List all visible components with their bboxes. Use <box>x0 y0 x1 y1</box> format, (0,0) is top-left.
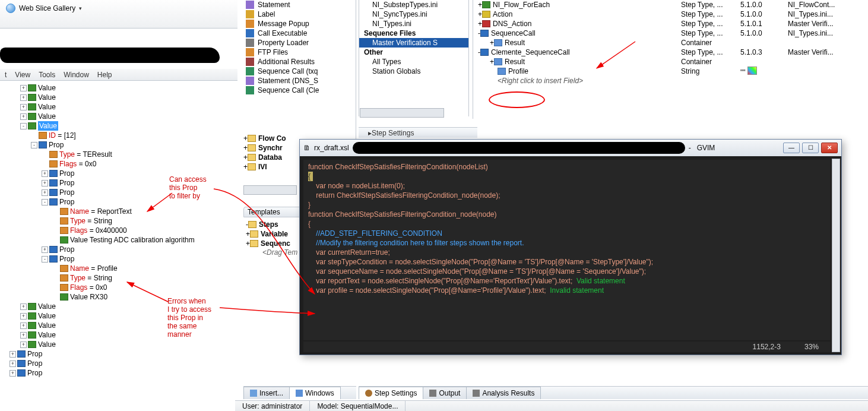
expander-icon[interactable]: + <box>490 39 494 47</box>
grid-row[interactable]: -Clemente_SequenceCallStep Type, ...5.1.… <box>473 48 868 57</box>
type-file[interactable]: NI_Types.ini <box>359 19 468 29</box>
tree-row[interactable]: +Value <box>2 340 237 349</box>
menu-tools[interactable]: Tools <box>39 71 55 79</box>
tree-row[interactable]: +Value <box>2 83 237 93</box>
expander-icon[interactable]: + <box>20 104 27 110</box>
expander-icon[interactable]: + <box>246 239 250 248</box>
expander-icon[interactable]: + <box>243 153 248 162</box>
gvim-code-area[interactable]: function CheckIfStepSatisfiesFilteringCo… <box>303 160 831 340</box>
type-file[interactable]: NI_SubstepTypes.ini <box>359 0 468 10</box>
steptype-item[interactable]: Sequence Call (Cle <box>243 86 356 95</box>
expander-icon[interactable]: - <box>31 142 37 148</box>
grid-row[interactable]: -SequenceCallStep Type, ...5.1.0.0NI_Typ… <box>473 29 868 38</box>
tree-row[interactable]: +Prop <box>2 349 237 359</box>
expander-icon[interactable]: + <box>42 170 48 177</box>
tree-row[interactable]: -Value <box>2 121 237 131</box>
left-xml-tree[interactable]: +Value+Value+Value+Value-ValueID = [12]-… <box>2 83 237 411</box>
value-editor-icon[interactable] <box>747 67 757 75</box>
maximize-button[interactable]: ☐ <box>802 143 819 153</box>
tree-row[interactable]: Flags = 0x0 <box>2 159 237 169</box>
expander-icon[interactable]: + <box>42 189 48 196</box>
tree-row[interactable]: Type = String <box>2 273 237 283</box>
expander-icon[interactable]: + <box>20 313 27 320</box>
grid-row[interactable]: +NI_Flow_ForEachStep Type, ...5.1.0.0NI_… <box>473 0 868 10</box>
expander-icon[interactable]: + <box>243 134 248 143</box>
expander-icon[interactable]: + <box>243 144 248 152</box>
minimize-button[interactable]: — <box>783 143 800 153</box>
steptype-item[interactable]: Additional Results <box>243 57 356 67</box>
type-file-selected[interactable]: Master Verification S <box>359 38 468 48</box>
type-file[interactable]: Station Globals <box>359 67 468 76</box>
expander-icon[interactable]: - <box>20 123 27 129</box>
expander-icon[interactable]: + <box>20 113 27 120</box>
menu-help[interactable]: Help <box>97 71 112 79</box>
expander-icon[interactable]: + <box>42 180 48 186</box>
tree-row[interactable]: ID = [12] <box>2 131 237 140</box>
tree-row[interactable]: Name = ReportText <box>2 207 237 216</box>
expander-icon[interactable]: - <box>42 199 48 206</box>
tree-row[interactable]: -Prop <box>2 140 237 150</box>
tree-row[interactable]: -Prop <box>2 254 237 264</box>
steptype-item[interactable]: Statement (DNS_S <box>243 76 356 86</box>
tab-analysis-results[interactable]: Analysis Results <box>466 387 541 399</box>
tree-row[interactable]: +Prop <box>2 245 237 254</box>
tree-row[interactable]: Type = String <box>2 216 237 226</box>
grid-row[interactable]: +DNS_ActionStep Type, ...5.1.0.1Master V… <box>473 19 868 29</box>
web-slice-gallery[interactable]: Web Slice Gallery ▾ <box>0 0 237 17</box>
tree-row[interactable]: Value Testing ADC calibration algorithm <box>2 235 237 245</box>
expander-icon[interactable]: + <box>42 246 48 253</box>
expander-icon[interactable]: + <box>478 10 482 18</box>
expander-icon[interactable]: + <box>20 85 27 91</box>
menu-t[interactable]: t <box>5 71 7 79</box>
grid-row[interactable]: ProfileString"" <box>473 67 868 76</box>
steptype-item[interactable]: Property Loader <box>243 38 356 48</box>
grid-row[interactable]: +ActionStep Type, ...5.1.0.0NI_Types.ini… <box>473 10 868 19</box>
tab-insert-[interactable]: Insert... <box>243 387 290 399</box>
grid-row[interactable]: +ResultContainer <box>473 38 868 48</box>
scrollbar-horizontal[interactable] <box>360 108 444 118</box>
expander-icon[interactable]: - <box>42 256 48 263</box>
tab-step-settings[interactable]: Step Settings <box>359 387 423 399</box>
scrollbar-horizontal[interactable] <box>243 185 297 195</box>
expander-icon[interactable]: + <box>9 351 16 358</box>
tree-row[interactable]: Flags = 0x0 <box>2 283 237 292</box>
menu-window[interactable]: Window <box>64 71 89 79</box>
expander-icon[interactable]: + <box>9 361 16 367</box>
expander-icon[interactable]: + <box>20 94 27 101</box>
gvim-titlebar[interactable]: 🗎 rx_draft.xsl - GVIM — ☐ ✕ <box>300 140 841 156</box>
type-file[interactable]: All Types <box>359 57 468 67</box>
type-file[interactable]: NI_SyncTypes.ini <box>359 10 468 19</box>
tree-row[interactable]: Type = TEResult <box>2 150 237 159</box>
expander-icon[interactable]: + <box>9 370 16 377</box>
menu-view[interactable]: View <box>15 71 30 79</box>
tree-row[interactable]: +Value <box>2 112 237 121</box>
expander-icon[interactable]: + <box>20 323 27 329</box>
scrollbar-vertical[interactable] <box>832 159 840 352</box>
expander-icon[interactable]: + <box>20 342 27 348</box>
expander-icon[interactable]: + <box>243 163 248 171</box>
steptype-item[interactable]: Label <box>243 10 356 19</box>
tree-row[interactable]: +Prop <box>2 368 237 378</box>
tree-row[interactable]: +Value <box>2 102 237 112</box>
expander-icon[interactable]: + <box>20 332 27 339</box>
expander-icon[interactable]: + <box>478 1 482 9</box>
tree-row[interactable]: Flags = 0x400000 <box>2 226 237 235</box>
steptype-item[interactable]: Call Executable <box>243 29 356 38</box>
types-panel[interactable]: NI_SubstepTypes.iniNI_SyncTypes.iniNI_Ty… <box>359 0 469 116</box>
tree-row[interactable]: Name = Profile <box>2 264 237 273</box>
expander-icon[interactable]: + <box>490 58 494 66</box>
tree-row[interactable]: +Value <box>2 93 237 102</box>
expander-icon[interactable]: + <box>478 20 482 28</box>
steptype-item[interactable]: Statement <box>243 0 356 10</box>
steptype-item[interactable]: Sequence Call (txq <box>243 67 356 76</box>
expander-icon[interactable]: + <box>20 303 27 310</box>
grid-row[interactable]: +ResultContainer <box>473 57 868 67</box>
grid-row[interactable]: <Right click to insert Field> <box>473 76 868 86</box>
steptype-item[interactable]: Message Popup <box>243 19 356 29</box>
expander-icon[interactable]: + <box>246 230 250 238</box>
tree-row[interactable]: +Prop <box>2 359 237 368</box>
close-button[interactable]: ✕ <box>821 143 838 153</box>
tab-windows[interactable]: Windows <box>289 387 341 399</box>
tab-output[interactable]: Output <box>423 387 467 399</box>
steptype-item[interactable]: FTP Files <box>243 48 356 57</box>
